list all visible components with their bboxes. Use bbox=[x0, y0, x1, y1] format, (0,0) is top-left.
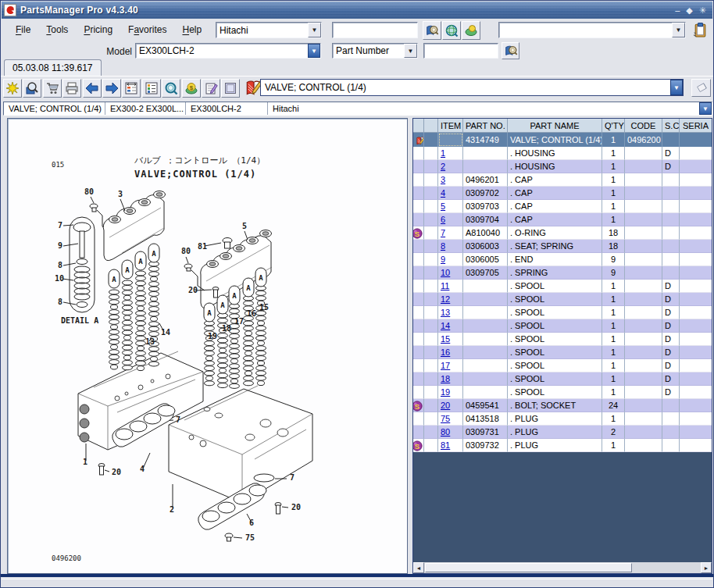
table-row[interactable]: 810309732. PLUG1 bbox=[413, 439, 712, 452]
table-row[interactable]: 80306003. SEAT; SPRING18 bbox=[413, 240, 712, 253]
col-header-CODE[interactable]: CODE bbox=[625, 119, 662, 132]
table-row[interactable]: 50309703. CAP1 bbox=[413, 200, 712, 213]
table-row[interactable]: 60309704. CAP1 bbox=[413, 213, 712, 226]
table-row[interactable]: 100309705. SPRING9 bbox=[413, 266, 712, 280]
item-link[interactable]: 4 bbox=[441, 188, 445, 198]
table-row[interactable]: 1. HOUSING1D bbox=[413, 147, 712, 160]
item-link[interactable]: 75 bbox=[441, 414, 450, 423]
page-view-button[interactable] bbox=[691, 79, 711, 97]
item-link[interactable]: 9 bbox=[441, 255, 445, 264]
menu-favorites[interactable]: Favorites bbox=[121, 22, 173, 37]
table-row[interactable]: 200459541. BOLT; SOCKET24 bbox=[413, 399, 712, 412]
context-bar[interactable]: VALVE; CONTROL (1/4)EX300-2 EX300L...EX3… bbox=[3, 102, 712, 116]
table-row[interactable]: 11. SPOOL1D bbox=[413, 280, 712, 293]
back-arrow-button[interactable] bbox=[83, 79, 102, 98]
item-link[interactable]: 81 bbox=[441, 440, 450, 450]
item-link[interactable]: 6 bbox=[441, 215, 445, 224]
item-link[interactable]: 17 bbox=[441, 361, 450, 370]
table-row[interactable]: 90306005. END9 bbox=[413, 253, 712, 266]
part-search-button[interactable] bbox=[502, 42, 519, 59]
item-link[interactable]: 12 bbox=[441, 294, 450, 304]
menu-pricing[interactable]: Pricing bbox=[77, 22, 120, 37]
table-row[interactable]: 12. SPOOL1D bbox=[413, 293, 712, 306]
annotate-button[interactable] bbox=[202, 79, 220, 98]
table-row[interactable]: 19. SPOOL1D bbox=[413, 386, 712, 399]
item-link[interactable]: 7 bbox=[441, 228, 445, 237]
col-header-SERIA[interactable]: SERIA bbox=[680, 119, 712, 132]
item-link[interactable]: 20 bbox=[441, 401, 450, 410]
chevron-down-icon[interactable]: ▼ bbox=[308, 44, 320, 58]
assembly-combo[interactable]: VALVE; CONTROL (1/4) ▼ bbox=[260, 79, 684, 96]
part-number-input[interactable] bbox=[423, 43, 498, 59]
col-header-PART NAME[interactable]: PART NAME bbox=[508, 119, 602, 132]
chevron-down-icon[interactable]: ▼ bbox=[699, 102, 712, 115]
table-row[interactable]: 18. SPOOL1D bbox=[413, 372, 712, 386]
menu-help[interactable]: Help bbox=[175, 22, 209, 37]
item-link[interactable]: 19 bbox=[441, 387, 450, 397]
close-button[interactable]: ✳ bbox=[699, 6, 706, 15]
col-header-PART NO.[interactable]: PART NO. bbox=[463, 119, 508, 132]
table-row[interactable]: 14. SPOOL1D bbox=[413, 319, 712, 333]
parts-list-view-button[interactable] bbox=[142, 79, 161, 98]
table-row[interactable]: 40309702. CAP1 bbox=[413, 187, 712, 200]
table-row[interactable]: 30496201. CAP1 bbox=[413, 173, 712, 187]
item-link[interactable]: 10 bbox=[441, 268, 450, 277]
item-link[interactable]: 18 bbox=[441, 374, 450, 383]
scroll-left-icon[interactable]: ◄ bbox=[413, 562, 424, 573]
search-type-combo[interactable]: Part Number ▼ bbox=[332, 43, 418, 59]
product-row[interactable]: 4314749VALVE; CONTROL (1/4)10496200 bbox=[413, 133, 712, 147]
quick-search-input[interactable] bbox=[332, 22, 418, 38]
manufacturer-combo[interactable]: Hitachi ▼ bbox=[216, 22, 322, 38]
chevron-down-icon[interactable]: ▼ bbox=[404, 44, 417, 58]
new-search-button[interactable] bbox=[3, 79, 22, 98]
item-link[interactable]: 15 bbox=[441, 334, 450, 344]
forward-arrow-button[interactable] bbox=[102, 79, 121, 98]
minimize-button[interactable]: – bbox=[675, 6, 680, 15]
horizontal-scrollbar[interactable]: ◄ ► bbox=[413, 562, 712, 573]
item-link[interactable]: 16 bbox=[441, 347, 450, 357]
global-search-button[interactable] bbox=[442, 21, 461, 40]
col-header-1[interactable] bbox=[424, 119, 438, 132]
table-row[interactable]: 7A810040. O-RING18 bbox=[413, 226, 712, 240]
col-header-0[interactable] bbox=[413, 119, 424, 132]
table-row[interactable]: 13. SPOOL1D bbox=[413, 306, 712, 319]
search-magnifier-button[interactable] bbox=[423, 21, 441, 40]
item-link[interactable]: 2 bbox=[441, 162, 445, 171]
image-view-button[interactable] bbox=[221, 79, 240, 98]
item-link[interactable]: 1 bbox=[441, 148, 445, 158]
col-header-ITEM[interactable]: ITEM bbox=[438, 119, 463, 132]
item-link[interactable]: 8 bbox=[441, 241, 445, 251]
col-header-S.C[interactable]: S.C bbox=[662, 119, 680, 132]
model-combo[interactable]: EX300LCH-2 ▼ bbox=[135, 43, 321, 59]
scrollbar-thumb[interactable] bbox=[425, 563, 632, 572]
col-header-Q'TY[interactable]: Q'TY bbox=[602, 119, 625, 132]
item-link[interactable]: 5 bbox=[441, 201, 445, 211]
history-combo[interactable]: ▼ bbox=[498, 22, 686, 38]
table-row[interactable]: 2. HOUSING1D bbox=[413, 160, 712, 173]
zoom-button[interactable] bbox=[162, 79, 180, 98]
item-link[interactable]: 14 bbox=[441, 321, 450, 330]
clipboard-button[interactable] bbox=[691, 20, 709, 39]
scroll-right-icon[interactable]: ► bbox=[701, 562, 712, 573]
chevron-down-icon[interactable]: ▼ bbox=[308, 23, 321, 37]
drawing-panel[interactable]: AAAAAAAAA 798108803815802013141918171615… bbox=[7, 118, 408, 574]
fit-page-button[interactable] bbox=[122, 79, 141, 98]
maximize-button[interactable]: ◆ bbox=[686, 6, 692, 15]
search-book-button[interactable] bbox=[23, 79, 41, 98]
table-header[interactable]: ITEMPART NO.PART NAMEQ'TYCODES.CSERIA bbox=[413, 119, 712, 133]
menu-tools[interactable]: Tools bbox=[39, 22, 75, 37]
chevron-down-icon[interactable]: ▼ bbox=[670, 80, 683, 95]
item-link[interactable]: 80 bbox=[441, 427, 450, 437]
pricing-button[interactable] bbox=[182, 79, 201, 98]
table-row[interactable]: 17. SPOOL1D bbox=[413, 359, 712, 372]
price-lookup-button[interactable] bbox=[462, 21, 480, 40]
table-row[interactable]: 800309731. PLUG2 bbox=[413, 426, 712, 439]
menu-file[interactable]: File bbox=[9, 22, 37, 37]
shopping-cart-button[interactable] bbox=[43, 79, 62, 98]
item-link[interactable]: 13 bbox=[441, 308, 450, 317]
item-link[interactable]: 3 bbox=[441, 175, 445, 184]
session-tab[interactable]: 05.03.08 11:39.617 bbox=[4, 59, 102, 76]
printer-button[interactable] bbox=[62, 79, 81, 98]
chevron-down-icon[interactable]: ▼ bbox=[672, 23, 685, 37]
product-item-cell[interactable] bbox=[438, 133, 463, 147]
